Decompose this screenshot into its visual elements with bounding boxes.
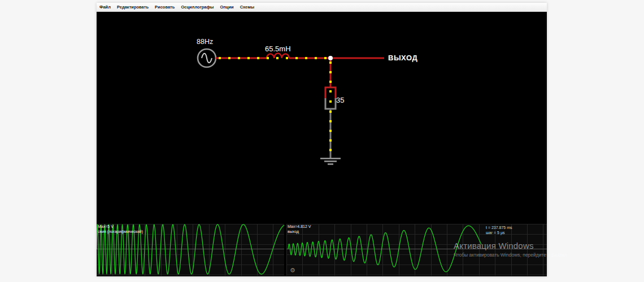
menu-draw[interactable]: Рисовать: [155, 5, 175, 10]
menu-edit[interactable]: Редактировать: [117, 5, 149, 10]
circuit-simulator-window: Файл Редактировать Рисовать Осциллографы…: [97, 3, 547, 276]
oscilloscope-sweep[interactable]: Max=5 V свип (логарифмический): [97, 224, 284, 276]
circuit-canvas[interactable]: 88Hz 65.5mH ВЫХОД 35 Max=5 V свип (логар…: [97, 12, 547, 276]
scope-left-max: Max=5 V: [98, 224, 143, 230]
ground-icon[interactable]: [320, 158, 341, 164]
sim-time: t = 237.875 ms: [486, 225, 512, 230]
scope-right-label: Max=4.812 V выход: [288, 224, 311, 234]
junction-node: [328, 56, 333, 60]
resistor-bottom-half[interactable]: [325, 98, 336, 109]
scope-right-max: Max=4.812 V: [288, 224, 311, 230]
source-frequency-label[interactable]: 88Hz: [197, 38, 213, 46]
oscilloscope-output[interactable]: Max=4.812 V выход t = 237.875 ms шаг = 5…: [286, 224, 547, 276]
menu-options[interactable]: Опции: [220, 5, 233, 10]
current-flow-dots: [219, 57, 332, 151]
simulation-time-readout: t = 237.875 ms шаг = 5 µs: [486, 225, 512, 235]
output-node-label[interactable]: ВЫХОД: [388, 54, 417, 62]
inductor-value-label[interactable]: 65.5mH: [265, 45, 291, 53]
menu-circuits[interactable]: Схемы: [240, 5, 254, 10]
sine-symbol-icon: [202, 54, 212, 63]
resistor-value-label[interactable]: 35: [336, 96, 344, 104]
menu-file[interactable]: Файл: [99, 5, 111, 10]
menu-oscilloscopes[interactable]: Осциллографы: [181, 5, 214, 10]
scope-left-label: Max=5 V свип (логарифмический): [98, 224, 143, 234]
sim-step: шаг = 5 µs: [486, 230, 512, 235]
resistor-top-half[interactable]: [325, 87, 336, 98]
circuit-drawing: [97, 12, 547, 224]
scope-left-name: свип (логарифмический): [98, 230, 143, 235]
scope-right-name: выход: [288, 230, 311, 235]
scope-settings-gear-icon[interactable]: ⚙: [290, 267, 295, 274]
menu-bar: Файл Редактировать Рисовать Осциллографы…: [97, 3, 547, 12]
